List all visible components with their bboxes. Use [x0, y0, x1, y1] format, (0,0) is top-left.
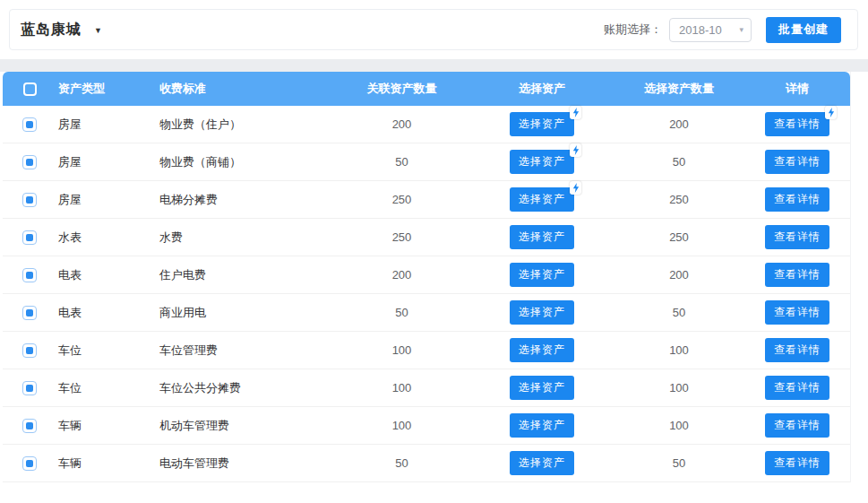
view-detail-button[interactable]: 查看详情 [765, 150, 829, 174]
select-asset-button[interactable]: 选择资产 [510, 338, 574, 362]
view-detail-button-label: 查看详情 [774, 306, 821, 318]
table-row: 房屋 电梯分摊费 250 选择资产 250 查看详情 [3, 181, 850, 219]
select-asset-button-label: 选择资产 [519, 155, 565, 168]
col-header-select-asset: 选择资产 [469, 81, 614, 97]
fee-standard-cell: 物业费（住户） [158, 117, 334, 133]
asset-type-cell: 电表 [56, 267, 158, 283]
view-detail-button[interactable]: 查看详情 [765, 338, 829, 362]
view-detail-button[interactable]: 查看详情 [765, 225, 829, 249]
cursor-bolt-icon [570, 181, 581, 195]
related-count-cell: 200 [334, 117, 469, 131]
period-select-value: 2018-10 [679, 23, 739, 37]
view-detail-button-label: 查看详情 [774, 230, 821, 243]
cursor-bolt-icon [570, 106, 581, 119]
row-checkbox[interactable] [22, 419, 37, 433]
selected-count-cell: 250 [614, 230, 743, 244]
table-body: 房屋 物业费（住户） 200 选择资产 200 查看详情 [3, 106, 850, 482]
view-detail-button[interactable]: 查看详情 [765, 376, 829, 400]
selected-count-cell: 50 [614, 456, 743, 470]
view-detail-button-label: 查看详情 [774, 193, 821, 205]
col-header-selected-count: 选择资产数量 [614, 81, 743, 97]
select-arrow-icon: ▾ [739, 25, 743, 34]
checkbox-checked-mark [26, 234, 33, 241]
view-detail-button-label: 查看详情 [774, 381, 821, 394]
community-selector[interactable]: 蓝岛康城 ▼ [21, 21, 102, 39]
row-checkbox[interactable] [22, 230, 37, 245]
table-row: 车辆 电动车管理费 50 选择资产 50 查看详情 [3, 445, 850, 482]
fee-standard-cell: 水费 [158, 230, 334, 246]
col-header-fee-standard: 收费标准 [158, 81, 334, 97]
col-header-related-count: 关联资产数量 [334, 81, 469, 97]
asset-type-cell: 电表 [56, 305, 158, 321]
row-checkbox[interactable] [22, 117, 37, 132]
selected-count-cell: 100 [614, 343, 743, 357]
fee-standard-cell: 车位管理费 [158, 343, 334, 359]
select-asset-button[interactable]: 选择资产 [510, 376, 574, 400]
related-count-cell: 100 [334, 343, 469, 357]
select-asset-button-label: 选择资产 [519, 456, 565, 469]
period-select[interactable]: 2018-10 ▾ [669, 18, 752, 42]
selected-count-cell: 50 [614, 306, 743, 319]
related-count-cell: 50 [334, 155, 469, 169]
batch-create-button[interactable]: 批量创建 [766, 17, 841, 43]
row-checkbox[interactable] [22, 343, 37, 358]
select-asset-button[interactable]: 选择资产 [510, 451, 574, 475]
row-checkbox[interactable] [22, 155, 37, 169]
page-background-band [0, 59, 868, 72]
selected-count-cell: 200 [614, 117, 743, 131]
cursor-bolt-icon [570, 143, 581, 157]
checkbox-checked-mark [26, 422, 33, 429]
row-checkbox[interactable] [22, 306, 37, 320]
select-asset-button-label: 选择资产 [519, 193, 565, 205]
select-asset-button-label: 选择资产 [519, 343, 565, 356]
checkbox-checked-mark [26, 121, 33, 128]
row-checkbox[interactable] [22, 456, 37, 471]
selected-count-cell: 200 [614, 268, 743, 282]
select-asset-button-label: 选择资产 [519, 306, 565, 318]
fee-standard-cell: 商业用电 [158, 305, 334, 321]
select-asset-button[interactable]: 选择资产 [510, 263, 574, 287]
related-count-cell: 200 [334, 268, 469, 282]
view-detail-button[interactable]: 查看详情 [765, 451, 829, 475]
asset-type-cell: 房屋 [56, 117, 158, 133]
view-detail-button[interactable]: 查看详情 [765, 112, 829, 136]
view-detail-button[interactable]: 查看详情 [765, 300, 829, 325]
selected-count-cell: 250 [614, 193, 743, 206]
select-asset-button[interactable]: 选择资产 [510, 150, 574, 174]
table-row: 车辆 机动车管理费 100 选择资产 100 查看详情 [3, 407, 850, 445]
select-asset-button[interactable]: 选择资产 [510, 187, 574, 212]
asset-type-cell: 车位 [56, 380, 158, 396]
fee-standard-cell: 车位公共分摊费 [158, 380, 334, 396]
table-row: 车位 车位管理费 100 选择资产 100 查看详情 [3, 332, 850, 369]
asset-type-cell: 水表 [56, 230, 158, 246]
select-asset-button-label: 选择资产 [519, 230, 565, 243]
related-count-cell: 50 [334, 306, 469, 319]
related-count-cell: 250 [334, 193, 469, 206]
row-checkbox[interactable] [22, 381, 37, 395]
row-checkbox[interactable] [22, 193, 37, 207]
period-select-label: 账期选择： [604, 22, 662, 38]
cursor-bolt-icon [825, 106, 837, 119]
topbar-right-group: 账期选择： 2018-10 ▾ 批量创建 [604, 17, 841, 43]
select-all-checkbox[interactable] [23, 82, 37, 96]
view-detail-button[interactable]: 查看详情 [765, 263, 829, 287]
select-asset-button[interactable]: 选择资产 [510, 413, 574, 438]
related-count-cell: 250 [334, 230, 469, 244]
row-checkbox[interactable] [22, 268, 37, 282]
view-detail-button[interactable]: 查看详情 [765, 413, 829, 438]
related-count-cell: 100 [334, 419, 469, 432]
fee-standard-cell: 物业费（商铺） [158, 154, 334, 170]
select-asset-button-label: 选择资产 [519, 117, 565, 130]
chevron-down-icon: ▼ [94, 26, 102, 35]
select-asset-button[interactable]: 选择资产 [510, 300, 574, 325]
asset-type-cell: 车辆 [56, 455, 158, 472]
selected-count-cell: 100 [614, 381, 743, 395]
view-detail-button[interactable]: 查看详情 [765, 187, 829, 212]
col-header-detail: 详情 [743, 81, 851, 97]
select-asset-button[interactable]: 选择资产 [510, 112, 574, 136]
select-asset-button-label: 选择资产 [519, 419, 565, 431]
table-row: 车位 车位公共分摊费 100 选择资产 100 查看详情 [3, 369, 850, 407]
selected-count-cell: 100 [614, 419, 743, 432]
select-asset-button[interactable]: 选择资产 [510, 225, 574, 249]
checkbox-checked-mark [26, 309, 33, 317]
